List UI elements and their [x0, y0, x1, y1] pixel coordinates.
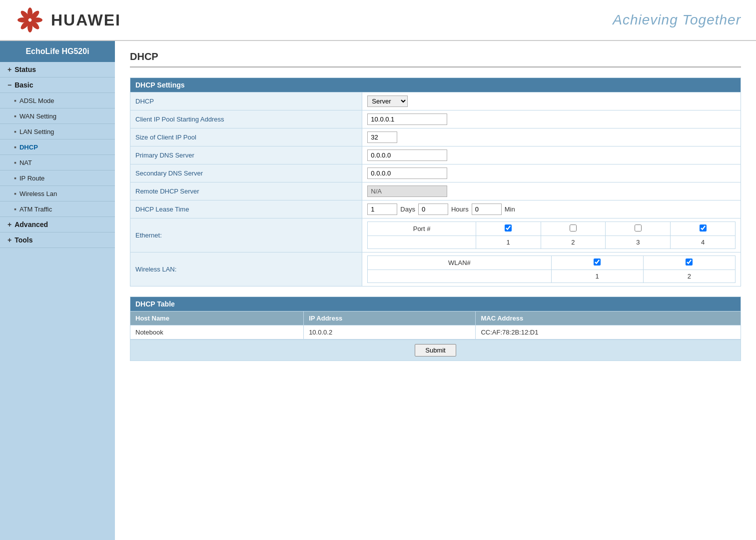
sidebar-item-tools[interactable]: + Tools — [0, 232, 115, 248]
tagline: Achieving Together — [613, 12, 741, 28]
wlan-label-cell: WLAN# — [368, 256, 551, 270]
sidebar-item-label: Advanced — [14, 220, 48, 228]
sidebar-item-dhcp[interactable]: ▪ DHCP — [0, 140, 115, 155]
secondary-dns-input[interactable] — [367, 168, 447, 179]
wlan1-checkbox[interactable] — [594, 258, 601, 266]
port2-checkbox[interactable] — [570, 224, 577, 232]
dhcp-table-header-row: DHCP Table — [130, 297, 741, 312]
dhcp-value-cell: Server Client Disabled — [362, 92, 741, 110]
sidebar-item-label: WAN Setting — [19, 112, 56, 120]
port1-checkbox[interactable] — [505, 224, 512, 232]
days-label: Days — [400, 206, 415, 213]
bullet-icon: ▪ — [14, 128, 16, 136]
bullet-icon: ▪ — [14, 158, 16, 166]
settings-header-row: DHCP Settings — [130, 78, 741, 92]
dhcp-table-header-cell: DHCP Table — [130, 297, 741, 312]
expand-icon: − — [7, 81, 11, 89]
wlan-number-row: 1 2 — [368, 270, 736, 283]
header: HUAWEI Achieving Together — [0, 0, 756, 41]
port2-checkbox-cell — [541, 222, 606, 236]
client-ip-label: Client IP Pool Starting Address — [130, 110, 362, 128]
wlan2-num: 2 — [643, 270, 735, 283]
huawei-logo-icon — [15, 5, 45, 35]
primary-dns-input[interactable] — [367, 150, 447, 161]
sidebar-item-advanced[interactable]: + Advanced — [0, 217, 115, 232]
sidebar-item-label: Tools — [14, 236, 32, 244]
brand-name: HUAWEI — [51, 11, 121, 30]
sidebar-item-nat[interactable]: ▪ NAT — [0, 155, 115, 170]
port3-checkbox-cell — [606, 222, 671, 236]
sidebar-item-lan-setting[interactable]: ▪ LAN Setting — [0, 124, 115, 140]
port-number-row: 1 2 3 4 — [368, 236, 736, 249]
wlan1-checkbox-cell — [551, 256, 643, 270]
secondary-dns-label: Secondary DNS Server — [130, 164, 362, 182]
submit-button[interactable]: Submit — [415, 344, 456, 356]
lease-days-input[interactable] — [367, 204, 397, 215]
primary-dns-label: Primary DNS Server — [130, 146, 362, 164]
sidebar-item-atm-traffic[interactable]: ▪ ATM Traffic — [0, 202, 115, 217]
size-label: Size of Client IP Pool — [130, 128, 362, 146]
expand-icon: + — [7, 236, 11, 244]
wlan2-checkbox[interactable] — [686, 258, 693, 266]
sidebar-item-adsl-mode[interactable]: ▪ ADSL Mode — [0, 93, 115, 108]
wireless-lan-label: Wireless LAN: — [130, 252, 362, 286]
sidebar-item-label: DHCP — [19, 144, 38, 151]
wlan-spacer — [368, 270, 551, 283]
dhcp-select[interactable]: Server Client Disabled — [367, 96, 408, 107]
wlan2-checkbox-cell — [643, 256, 735, 270]
bullet-icon: ▪ — [14, 174, 16, 182]
sidebar-item-label: ATM Traffic — [19, 206, 52, 213]
secondary-dns-row: Secondary DNS Server — [130, 164, 741, 182]
remote-dhcp-label: Remote DHCP Server — [130, 182, 362, 200]
expand-icon: + — [7, 220, 11, 228]
bullet-icon: ▪ — [14, 143, 16, 151]
port3-checkbox[interactable] — [635, 224, 642, 232]
lease-hours-input[interactable] — [418, 204, 448, 215]
wireless-lan-value-cell: WLAN# 1 2 — [362, 252, 741, 286]
table-row: Notebook 10.0.0.2 CC:AF:78:2B:12:D1 — [130, 326, 741, 340]
client-ip-input[interactable] — [367, 114, 447, 125]
dhcp-row: DHCP Server Client Disabled — [130, 92, 741, 110]
port3-num: 3 — [606, 236, 671, 249]
sidebar-item-wan-setting[interactable]: ▪ WAN Setting — [0, 108, 115, 124]
port4-checkbox-cell — [671, 222, 736, 236]
port1-checkbox-cell — [476, 222, 541, 236]
sidebar-item-status[interactable]: + Status — [0, 62, 115, 78]
wlan1-num: 1 — [551, 270, 643, 283]
bullet-icon: ▪ — [14, 96, 16, 104]
title-divider — [130, 66, 741, 68]
expand-icon: + — [7, 66, 11, 74]
sidebar-item-label: NAT — [19, 159, 32, 166]
hours-label: Hours — [451, 206, 469, 213]
sidebar-item-wireless-lan[interactable]: ▪ Wireless Lan — [0, 186, 115, 202]
page-title: DHCP — [130, 51, 741, 62]
lease-time-label: DHCP Lease Time — [130, 200, 362, 218]
bullet-icon: ▪ — [14, 112, 16, 120]
remote-dhcp-input[interactable] — [367, 186, 447, 197]
dhcp-table: DHCP Table Host Name IP Address MAC Addr… — [130, 296, 741, 340]
port-label-cell: Port # — [368, 222, 476, 236]
bullet-icon: ▪ — [14, 205, 16, 213]
secondary-dns-value-cell — [362, 164, 741, 182]
ip-address-cell: 10.0.0.2 — [304, 326, 476, 340]
port4-num: 4 — [671, 236, 736, 249]
size-input[interactable] — [367, 132, 397, 143]
col-mac-address: MAC Address — [476, 312, 741, 326]
wireless-lan-row: Wireless LAN: WLAN# — [130, 252, 741, 286]
client-ip-value-cell — [362, 110, 741, 128]
lease-min-input[interactable] — [472, 204, 502, 215]
primary-dns-value-cell — [362, 146, 741, 164]
dhcp-table-columns: Host Name IP Address MAC Address — [130, 312, 741, 326]
sidebar-item-ip-route[interactable]: ▪ IP Route — [0, 170, 115, 186]
mac-address-cell: CC:AF:78:2B:12:D1 — [476, 326, 741, 340]
sidebar-item-label: Wireless Lan — [19, 190, 57, 198]
submit-row: Submit — [130, 340, 741, 361]
sidebar-item-label: LAN Setting — [19, 128, 54, 136]
remote-dhcp-value-cell — [362, 182, 741, 200]
port4-checkbox[interactable] — [700, 224, 707, 232]
port2-num: 2 — [541, 236, 606, 249]
dhcp-label: DHCP — [130, 92, 362, 110]
sidebar-item-basic[interactable]: − Basic — [0, 78, 115, 93]
sidebar: EchoLife HG520i + Status − Basic ▪ ADSL … — [0, 41, 115, 540]
dhcp-settings-table: DHCP Settings DHCP Server Client Disable… — [130, 78, 741, 286]
